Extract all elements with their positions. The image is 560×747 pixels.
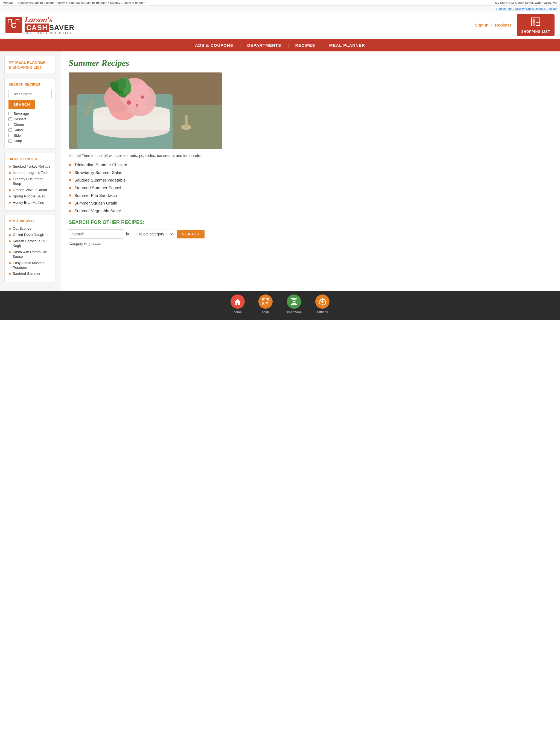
category-dessert[interactable]: Dessert xyxy=(8,117,52,121)
recipe-list: ●Trinidadian Summer Chicken ●Strawberry … xyxy=(69,162,552,213)
nav-sep-1: | xyxy=(240,43,241,48)
recipe-item[interactable]: ●Summer Pita Sandwich xyxy=(69,193,552,198)
category-beverage[interactable]: Beverage xyxy=(8,111,52,115)
search-other-button[interactable]: SEARCH xyxy=(177,230,205,238)
search-in-label: in xyxy=(126,232,129,236)
store-address: My Store: 323 S Main Street, Water Valle… xyxy=(495,1,557,4)
search-other-input[interactable] xyxy=(69,229,123,239)
highest-rated-list: ●Smoked Turkey Rollups ●Iced Lemongrass … xyxy=(8,164,52,205)
category-salad[interactable]: Salad xyxy=(8,128,52,132)
category-select[interactable]: --select category-- Beverage Dessert Din… xyxy=(132,229,174,239)
svg-marker-32 xyxy=(234,299,241,305)
home-label: home xyxy=(233,310,242,314)
svg-text:☒: ☒ xyxy=(532,24,535,27)
bullet-icon: ● xyxy=(69,200,72,205)
list-item[interactable]: ●Spring Noodle Salad xyxy=(8,194,52,199)
logo-text: Larson's CASH SAVER COST PLUS FOOD OUTLE… xyxy=(25,16,74,34)
bottom-nav: home scan smart xyxy=(0,291,560,319)
category-soup[interactable]: Soup xyxy=(8,139,52,143)
logo-cash: CASH xyxy=(25,24,49,32)
nav-meal-planner[interactable]: MEAL PLANNER xyxy=(324,43,371,48)
main-nav: ADS & COUPONS | DEPARTMENTS | RECIPES | … xyxy=(0,39,560,51)
auth-links: Sign In | Register xyxy=(475,23,511,27)
register-link-header[interactable]: Register xyxy=(495,23,511,27)
recipe-item[interactable]: ●Steamed Summer Squash xyxy=(69,185,552,190)
bottom-nav-settings[interactable]: settings xyxy=(315,294,330,314)
checkbox-beverage[interactable] xyxy=(8,112,12,115)
svg-rect-40 xyxy=(268,302,268,303)
recipe-item[interactable]: ●Trinidadian Summer Chicken xyxy=(69,162,552,167)
meal-planner-title: MY MEAL PLANNER& SHOPPING LIST xyxy=(8,60,52,70)
checkbox-dessert[interactable] xyxy=(8,117,12,121)
category-dinner[interactable]: Dinner xyxy=(8,123,52,127)
svg-point-21 xyxy=(127,100,131,105)
bullet-icon: ● xyxy=(8,194,11,199)
svg-rect-37 xyxy=(267,299,268,300)
svg-rect-30 xyxy=(185,115,187,129)
search-recipes-section: SEARCH RECIPES SEARCH Beverage Dessert D… xyxy=(4,78,56,149)
settings-icon xyxy=(315,294,330,309)
most-viewed-title: MOST VIEWED xyxy=(8,219,52,224)
nav-ads-coupons[interactable]: ADS & COUPONS xyxy=(189,43,239,48)
logo-saver: SAVER xyxy=(49,24,75,31)
scan-label: scan xyxy=(262,310,269,314)
recipe-item[interactable]: ●Summer Vegetable Saute xyxy=(69,208,552,213)
list-item[interactable]: ●Easy Garlic Mashed Potatoes xyxy=(8,261,52,270)
svg-point-46 xyxy=(321,301,324,303)
content-area: MY MEAL PLANNER& SHOPPING LIST SEARCH RE… xyxy=(0,51,560,291)
bottom-nav-home[interactable]: home xyxy=(230,294,245,314)
smartzone-label: smartzone xyxy=(286,310,302,314)
category-side[interactable]: Side xyxy=(8,133,52,137)
nav-recipes[interactable]: RECIPES xyxy=(290,43,321,48)
svg-point-24 xyxy=(136,104,138,107)
logo-subtitle: COST PLUS FOOD OUTLET xyxy=(25,32,74,34)
search-recipes-title: SEARCH RECIPES xyxy=(8,82,52,87)
page-title: Summer Recipes xyxy=(69,58,552,68)
checkbox-dinner[interactable] xyxy=(8,123,12,126)
search-other-row: in --select category-- Beverage Dessert … xyxy=(69,229,552,239)
checkbox-soup[interactable] xyxy=(8,139,12,143)
bullet-icon: ● xyxy=(8,272,11,276)
list-item[interactable]: ●Sautéed Summer xyxy=(8,272,52,276)
bullet-icon: ● xyxy=(8,171,11,175)
list-item[interactable]: ●Korean Barbecue (bul Kogi) xyxy=(8,239,52,248)
recipe-item[interactable]: ●Summer Squash Gratin xyxy=(69,200,552,205)
list-item[interactable]: ●Grilled Pizza Dough xyxy=(8,233,52,237)
sidebar-search-button[interactable]: SEARCH xyxy=(8,100,35,109)
highest-rated-title: HIGHEST RATED xyxy=(8,157,52,162)
shopping-list-button[interactable]: ☒ ☒ ☒ SHOPPING LIST xyxy=(517,14,555,36)
bullet-icon: ● xyxy=(8,226,11,231)
checkbox-salad[interactable] xyxy=(8,128,12,132)
bullet-icon: ● xyxy=(69,208,72,213)
bullet-icon: ● xyxy=(69,170,72,175)
logo-icon: C xyxy=(5,17,22,33)
most-viewed-section: MOST VIEWED ●Oat Scones ●Grilled Pizza D… xyxy=(4,215,56,282)
bottom-nav-scan[interactable]: scan xyxy=(258,294,273,314)
bottom-nav-smartzone[interactable]: smartzone xyxy=(286,294,302,314)
bullet-icon: ● xyxy=(8,233,11,237)
nav-sep-2: | xyxy=(288,43,289,48)
list-item[interactable]: ●Oat Scones xyxy=(8,226,52,231)
recipe-item[interactable]: ●Strawberry Summer Salad xyxy=(69,170,552,175)
nav-departments[interactable]: DEPARTMENTS xyxy=(242,43,286,48)
list-item[interactable]: ●Creamy Cucumber Soup xyxy=(8,177,52,186)
bullet-icon: ● xyxy=(69,185,72,190)
highest-rated-section: HIGHEST RATED ●Smoked Turkey Rollups ●Ic… xyxy=(4,153,56,210)
settings-label: settings xyxy=(316,310,328,314)
main-content: Summer Recipes xyxy=(60,51,560,291)
svg-rect-36 xyxy=(263,299,264,300)
bullet-icon: ● xyxy=(8,261,11,265)
signin-link[interactable]: Sign In xyxy=(475,23,488,27)
svg-rect-38 xyxy=(263,303,264,304)
checkbox-side[interactable] xyxy=(8,134,12,137)
recipe-item[interactable]: ●Sautéed Summer Vegetable xyxy=(69,177,552,182)
sidebar-search-input[interactable] xyxy=(8,90,52,98)
bullet-icon: ● xyxy=(8,200,11,205)
list-item[interactable]: ●Smoked Turkey Rollups xyxy=(8,164,52,169)
list-item[interactable]: ●Honey Bran Muffins xyxy=(8,200,52,205)
list-item[interactable]: ●Iced Lemongrass Tea xyxy=(8,171,52,175)
list-item[interactable]: ●Orange Walnut Bread xyxy=(8,188,52,192)
description-text: It's hot! Time to cool off with chilled … xyxy=(69,153,552,158)
register-link[interactable]: Register for Exclusive Email Offers & Re… xyxy=(496,7,557,10)
list-item[interactable]: ●Pasta with Ratatouille Sauce xyxy=(8,250,52,259)
